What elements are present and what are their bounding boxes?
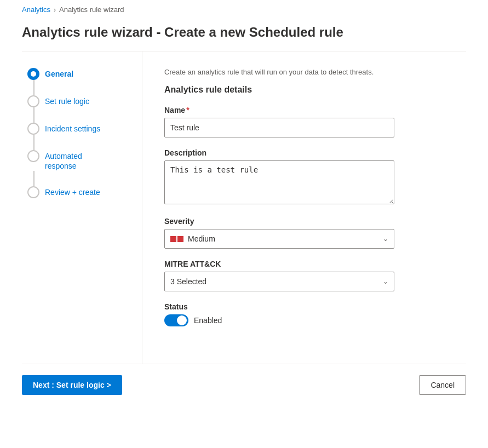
severity-dropdown-left: Medium	[170, 234, 215, 243]
content-description: Create an analytics rule that will run o…	[164, 68, 444, 76]
severity-sq-1	[170, 236, 176, 242]
step-connector-1	[33, 80, 35, 95]
step-circle-incident-settings	[27, 123, 39, 135]
wizard-steps: General Set rule logic Incident settings…	[22, 51, 142, 364]
chevron-down-icon: ⌄	[383, 235, 388, 243]
step-circle-inner-general	[31, 71, 36, 77]
wizard-body: General Set rule logic Incident settings…	[22, 51, 466, 364]
description-label: Description	[164, 148, 444, 157]
breadcrumb-current: Analytics rule wizard	[59, 5, 124, 14]
description-field-group: Description This is a test rule	[164, 148, 444, 206]
name-required: *	[186, 106, 189, 114]
toggle-knob	[177, 315, 187, 325]
step-circle-review-create	[27, 186, 39, 198]
step-label-general: General	[45, 68, 73, 79]
severity-dropdown-wrapper: Medium ⌄	[164, 229, 394, 249]
severity-label: Severity	[164, 217, 444, 226]
step-connector-3	[33, 135, 35, 150]
name-input[interactable]	[164, 118, 394, 137]
step-connector-2	[33, 107, 35, 123]
breadcrumb-home[interactable]: Analytics	[22, 5, 50, 14]
severity-value: Medium	[188, 234, 215, 243]
description-textarea[interactable]: This is a test rule	[164, 160, 394, 204]
cancel-button[interactable]: Cancel	[419, 375, 466, 395]
severity-field-group: Severity Medium ⌄	[164, 217, 444, 249]
step-set-rule-logic[interactable]: Set rule logic	[27, 95, 131, 107]
mitre-label: MITRE ATT&CK	[164, 260, 444, 268]
step-circle-set-rule-logic	[27, 95, 39, 107]
mitre-dropdown[interactable]: 3 Selected ⌄	[164, 272, 394, 291]
status-toggle[interactable]	[164, 314, 188, 326]
step-review-create[interactable]: Review + create	[27, 186, 131, 198]
footer-left: Next : Set rule logic >	[22, 375, 122, 395]
mitre-chevron-down-icon: ⌄	[383, 278, 388, 285]
severity-icons	[170, 236, 183, 242]
step-general[interactable]: General	[27, 68, 131, 80]
wizard-content: Create an analytics rule that will run o…	[142, 51, 466, 364]
page-title: Analytics rule wizard - Create a new Sch…	[22, 25, 466, 40]
step-incident-settings[interactable]: Incident settings	[27, 123, 131, 135]
step-connector-4	[33, 171, 35, 186]
step-label-incident-settings: Incident settings	[45, 123, 100, 134]
severity-sq-2	[177, 236, 183, 242]
mitre-value: 3 Selected	[170, 277, 206, 286]
status-toggle-label: Enabled	[194, 316, 222, 325]
status-label: Status	[164, 302, 444, 311]
mitre-dropdown-wrapper: 3 Selected ⌄	[164, 272, 394, 291]
name-label: Name*	[164, 106, 444, 114]
step-label-review-create: Review + create	[45, 186, 100, 197]
step-label-automated-response: Automatedresponse	[45, 150, 82, 171]
step-circle-automated-response	[27, 150, 39, 162]
mitre-field-group: MITRE ATT&CK 3 Selected ⌄	[164, 260, 444, 291]
breadcrumb-separator: ›	[54, 6, 56, 14]
breadcrumb: Analytics › Analytics rule wizard	[0, 0, 488, 19]
step-circle-general	[27, 68, 39, 80]
step-automated-response[interactable]: Automatedresponse	[27, 150, 131, 171]
severity-dropdown[interactable]: Medium ⌄	[164, 229, 394, 249]
status-field-group: Status Enabled	[164, 302, 444, 326]
status-toggle-wrapper: Enabled	[164, 314, 444, 326]
page-header: Analytics rule wizard - Create a new Sch…	[0, 19, 488, 51]
step-label-set-rule-logic: Set rule logic	[45, 95, 89, 106]
section-title: Analytics rule details	[164, 85, 444, 95]
name-field-group: Name*	[164, 106, 444, 137]
wizard-footer: Next : Set rule logic > Cancel	[0, 364, 488, 406]
next-button[interactable]: Next : Set rule logic >	[22, 375, 122, 395]
